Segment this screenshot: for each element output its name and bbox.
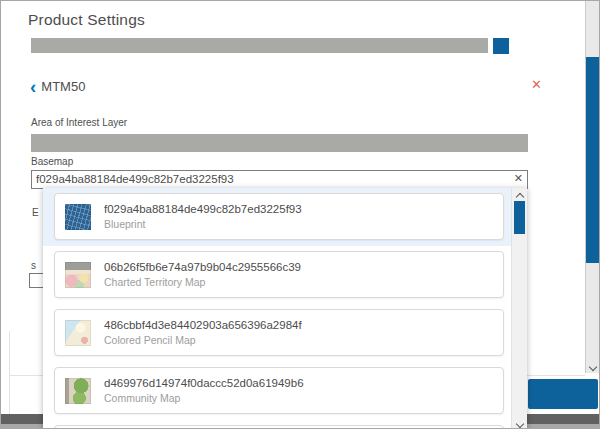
product-settings-window: Product Settings ‹ MTM50 ✕ Area of Inter… (0, 0, 600, 429)
basemap-option-name: Colored Pencil Map (104, 333, 302, 347)
close-icon: ✕ (531, 77, 542, 92)
basemap-option[interactable]: f029a4ba88184de499c82b7ed3225f93 Bluepri… (43, 188, 511, 246)
basemap-option-id: d469976d14974f0daccc52d0a61949b6 (104, 376, 304, 391)
basemap-option-name: Blueprint (104, 217, 302, 231)
dropdown-scrollbar[interactable] (511, 188, 527, 429)
back-button[interactable]: ‹ MTM50 (30, 79, 85, 94)
basemap-option-card: 06b26f5fb6e74a97b9b04c2955566c39 Charted… (54, 251, 504, 298)
basemap-field-label: Basemap (31, 156, 73, 167)
basemap-option-text: f029a4ba88184de499c82b7ed3225f93 Bluepri… (104, 202, 302, 231)
chevron-left-icon: ‹ (30, 80, 36, 94)
scroll-down-arrow-icon[interactable] (512, 421, 527, 427)
basemap-dropdown: f029a4ba88184de499c82b7ed3225f93 Bluepri… (43, 188, 527, 429)
clear-input-icon[interactable]: ✕ (514, 172, 523, 184)
basemap-option-name: Charted Territory Map (104, 275, 301, 289)
back-button-label: MTM50 (41, 79, 85, 94)
basemap-thumbnail (65, 204, 91, 230)
basemap-input[interactable] (31, 170, 528, 189)
basemap-option-list: f029a4ba88184de499c82b7ed3225f93 Bluepri… (43, 188, 511, 429)
basemap-option[interactable] (43, 420, 511, 429)
basemap-option-id: f029a4ba88184de499c82b7ed3225f93 (104, 202, 302, 217)
redacted-bar (31, 38, 488, 53)
basemap-thumbnail (65, 320, 91, 346)
scroll-up-arrow-icon[interactable] (512, 191, 527, 200)
basemap-option-card: d469976d14974f0daccc52d0a61949b6 Communi… (54, 367, 504, 414)
basemap-option-card (54, 425, 504, 429)
redacted-accent-block (493, 38, 509, 54)
basemap-option-id: 06b26f5fb6e74a97b9b04c2955566c39 (104, 260, 301, 275)
basemap-option-name: Community Map (104, 391, 304, 405)
basemap-option-text: 06b26f5fb6e74a97b9b04c2955566c39 Charted… (104, 260, 301, 289)
basemap-combobox: ✕ (31, 169, 528, 188)
basemap-thumbnail (65, 378, 91, 404)
basemap-option[interactable]: 06b26f5fb6e74a97b9b04c2955566c39 Charted… (43, 246, 511, 304)
redacted-primary-button[interactable] (528, 379, 598, 409)
basemap-option[interactable]: d469976d14974f0daccc52d0a61949b6 Communi… (43, 362, 511, 420)
basemap-option-text: 486cbbf4d3e84402903a656396a2984f Colored… (104, 318, 302, 347)
basemap-thumbnail (65, 262, 91, 288)
dropdown-scrollbar-thumb[interactable] (514, 201, 525, 234)
page-title: Product Settings (28, 11, 145, 29)
basemap-option-text: d469976d14974f0daccc52d0a61949b6 Communi… (104, 376, 304, 405)
obscured-field-label-2: s (31, 260, 36, 271)
main-scroll-down-arrow-icon[interactable] (586, 364, 600, 370)
aoi-field-label: Area of Interest Layer (31, 117, 127, 128)
redacted-field-value (31, 134, 528, 152)
basemap-option[interactable]: 486cbbf4d3e84402903a656396a2984f Colored… (43, 304, 511, 362)
basemap-option-card: f029a4ba88184de499c82b7ed3225f93 Bluepri… (54, 193, 504, 240)
obscured-field-label: E (32, 207, 39, 218)
dialog-left-border (9, 331, 10, 415)
main-scrollbar[interactable] (585, 1, 600, 373)
main-scrollbar-thumb[interactable] (586, 57, 600, 263)
basemap-option-id: 486cbbf4d3e84402903a656396a2984f (104, 318, 302, 333)
close-button[interactable]: ✕ (531, 77, 542, 92)
basemap-option-card: 486cbbf4d3e84402903a656396a2984f Colored… (54, 309, 504, 356)
